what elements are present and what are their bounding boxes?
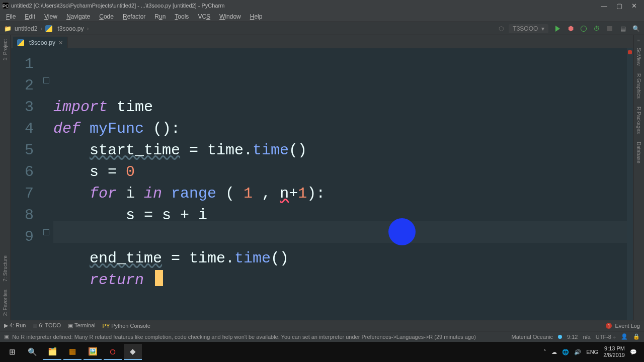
- menu-run[interactable]: Run: [151, 12, 169, 21]
- profile-button[interactable]: ⏱: [593, 25, 601, 33]
- tray-chevron-icon[interactable]: ˄: [543, 349, 546, 355]
- tray-volume-icon[interactable]: 🔊: [574, 349, 581, 355]
- theme-indicator-icon: [558, 335, 562, 339]
- code-editor[interactable]: 1 2 3 4 5 6 7 8 9 import time def myFunc…: [11, 48, 633, 320]
- window-titlebar: PC untitled2 [C:\Users\t3so\PycharmProje…: [0, 0, 644, 11]
- menu-edit[interactable]: Edit: [22, 12, 38, 21]
- breadcrumb-file[interactable]: t3sooo.py: [57, 25, 84, 32]
- task-app1[interactable]: 🖼️: [84, 344, 102, 360]
- event-log-button[interactable]: Event Log: [615, 323, 640, 329]
- run-config-selector[interactable]: T3SOOO ▾: [509, 24, 548, 33]
- menu-code[interactable]: Code: [96, 12, 117, 21]
- taskbar-clock[interactable]: 9:13 PM 2/8/2019: [603, 345, 625, 358]
- editor-tab[interactable]: t3sooo.py ✕: [13, 37, 67, 48]
- menu-vcs[interactable]: VCS: [195, 12, 213, 21]
- tool-sciview[interactable]: SciView: [636, 44, 641, 69]
- search-everywhere-button[interactable]: 🔍: [632, 25, 640, 33]
- status-message: No R interpreter defined: Many R related…: [12, 334, 476, 340]
- window-title: untitled2 [C:\Users\t3so\PycharmProjects…: [11, 3, 224, 9]
- right-tool-stripe: ≡ SciView R Graphics R Packages Database: [633, 35, 644, 320]
- layout-button[interactable]: ▤: [619, 25, 627, 33]
- editor-tabs: t3sooo.py ✕: [11, 35, 633, 48]
- coverage-button[interactable]: [580, 25, 588, 33]
- menu-view[interactable]: View: [41, 12, 60, 21]
- file-encoding[interactable]: UTF-8 ÷: [596, 334, 616, 340]
- search-button[interactable]: 🔍: [23, 344, 41, 360]
- task-opera[interactable]: O: [104, 344, 122, 360]
- python-file-icon: [17, 39, 24, 46]
- main-area: 1: Project 7: Structure 2: Favorites t3s…: [0, 35, 644, 320]
- folder-icon: 📁: [4, 25, 12, 32]
- task-pycharm[interactable]: ◆: [124, 344, 142, 360]
- lock-icon[interactable]: 🔒: [633, 333, 640, 340]
- event-log-error-icon: 1: [606, 323, 612, 329]
- tool-pyconsole[interactable]: PY Python Console: [103, 323, 150, 329]
- nav-row: 📁 untitled2 › t3sooo.py › ⬡ T3SOOO ▾ ⬢ ⏱…: [0, 22, 644, 35]
- mouse-cursor-indicator: [388, 218, 416, 245]
- fold-column: [41, 48, 53, 320]
- task-explorer[interactable]: 🗂️: [43, 344, 61, 360]
- left-tool-stripe: 1: Project 7: Structure 2: Favorites: [0, 35, 11, 320]
- tool-database[interactable]: Database: [636, 138, 641, 167]
- task-sublime[interactable]: ▦: [63, 344, 82, 360]
- tool-window-toggle-icon[interactable]: ▣: [4, 333, 9, 340]
- fold-marker-icon[interactable]: [43, 229, 49, 235]
- collapse-icon[interactable]: ≡: [637, 35, 640, 44]
- inspections-icon[interactable]: 👤: [621, 333, 628, 340]
- run-button[interactable]: [553, 25, 561, 33]
- python-file-icon: [45, 25, 52, 32]
- menu-tools[interactable]: Tools: [172, 12, 192, 21]
- tool-project[interactable]: 1: Project: [3, 35, 8, 64]
- close-button[interactable]: ✕: [631, 2, 637, 10]
- pycharm-logo-icon: PC: [2, 2, 9, 9]
- tool-structure[interactable]: 7: Structure: [3, 251, 8, 286]
- tray-language[interactable]: ENG: [586, 349, 598, 355]
- debug-button[interactable]: ⬢: [567, 25, 575, 33]
- menu-file[interactable]: File: [3, 12, 19, 21]
- breadcrumb-project[interactable]: untitled2: [15, 25, 37, 32]
- tool-run[interactable]: ▶ 4: Run: [4, 322, 26, 329]
- chevron-icon: ›: [87, 25, 89, 32]
- windows-taskbar: ⊞ 🔍 🗂️ ▦ 🖼️ O ◆ ˄ ☁ 🌐 🔊 ENG 9:13 PM 2/8/…: [0, 342, 644, 362]
- tool-rgraphics[interactable]: R Graphics: [636, 69, 641, 103]
- tray-onedrive-icon[interactable]: ☁: [551, 349, 557, 355]
- fold-marker-icon[interactable]: [43, 77, 49, 83]
- start-button[interactable]: ⊞: [3, 344, 21, 360]
- tool-favorites[interactable]: 2: Favorites: [3, 286, 8, 320]
- stop-button[interactable]: [606, 25, 614, 33]
- python-logo-icon: ⬡: [499, 25, 504, 32]
- current-line-highlight: [53, 221, 627, 243]
- menu-help[interactable]: Help: [247, 12, 266, 21]
- line-separator[interactable]: n/a: [583, 334, 590, 340]
- error-stripe-marker[interactable]: [628, 50, 632, 54]
- menu-bar: File Edit View Navigate Code Refactor Ru…: [0, 11, 644, 22]
- menu-refactor[interactable]: Refactor: [120, 12, 148, 21]
- tool-rpackages[interactable]: R Packages: [636, 103, 641, 138]
- minimize-button[interactable]: —: [601, 2, 607, 10]
- editor-column: t3sooo.py ✕ 1 2 3 4 5 6 7 8 9 import tim…: [11, 35, 633, 320]
- tray-network-icon[interactable]: 🌐: [562, 349, 569, 355]
- tab-label: t3sooo.py: [29, 39, 55, 46]
- theme-label[interactable]: Material Oceanic: [511, 334, 553, 340]
- maximize-button[interactable]: ▢: [616, 2, 622, 10]
- text-caret: [155, 270, 163, 286]
- notifications-button[interactable]: 💬: [630, 349, 637, 355]
- code-content[interactable]: import time def myFunc (): start_time = …: [53, 48, 627, 320]
- menu-navigate[interactable]: Navigate: [63, 12, 93, 21]
- chevron-icon: ›: [40, 25, 42, 32]
- menu-window[interactable]: Window: [216, 12, 244, 21]
- close-tab-icon[interactable]: ✕: [58, 40, 63, 46]
- line-gutter: 1 2 3 4 5 6 7 8 9: [11, 48, 41, 320]
- error-stripe[interactable]: [627, 48, 633, 320]
- caret-position[interactable]: 9:12: [567, 334, 578, 340]
